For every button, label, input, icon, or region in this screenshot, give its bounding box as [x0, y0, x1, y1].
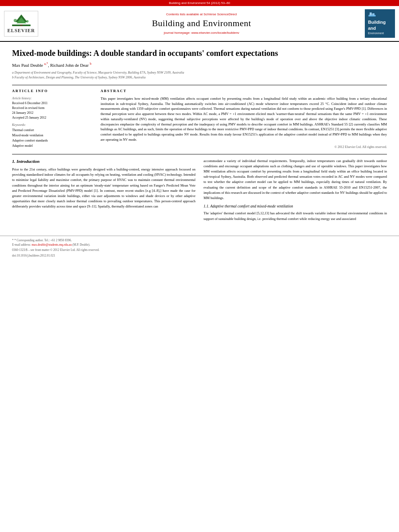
article-title: Mixed-mode buildings: A double standard …	[12, 48, 387, 58]
journal-citation-bar: Building and Environment 54 (2012) 53–60	[0, 0, 399, 6]
history-label: Article history:	[12, 96, 93, 101]
elsevier-wordmark: ELSEVIER	[7, 27, 35, 34]
journal-logo-box: Building and Environment	[365, 9, 395, 38]
corresponding-text: * Corresponding author. Tel.: +61 2 9850…	[14, 238, 72, 242]
keywords-label: Keywords:	[12, 123, 93, 127]
issn-line: 0360-1323/$ – see front matter © 2012 El…	[12, 248, 387, 253]
abstract-header: ABSTRACT	[101, 88, 387, 94]
doi-line: doi:10.1016/j.buildenv.2012.01.021	[12, 254, 387, 258]
journal-logo-icon	[368, 12, 392, 18]
affiliations: a Department of Environment and Geograph…	[12, 70, 387, 80]
footer: * * Corresponding author. Tel.: +61 2 98…	[0, 236, 399, 260]
received-date: Received 6 December 2011	[12, 101, 93, 106]
history-dates: Received 6 December 2011 Received in rev…	[12, 101, 93, 120]
journal-citation-text: Building and Environment 54 (2012) 53–60	[169, 1, 230, 5]
journal-header-center: Contents lists available at SciVerse Sci…	[42, 12, 361, 35]
email-note: E-mail address: max.deuble@students.mq.e…	[12, 242, 387, 247]
keywords-list: Thermal comfort Mixed-mode ventilation A…	[12, 128, 93, 148]
email-address[interactable]: max.deuble@students.mq.edu.au	[32, 243, 72, 246]
abstract-text: This paper investigates how mixed-mode (…	[101, 96, 387, 142]
svg-rect-3	[20, 25, 23, 26]
introduction-paragraph-1: Prior to the 21st century, office buildi…	[12, 167, 195, 209]
section-divider	[12, 154, 387, 154]
article-info-panel: ARTICLE INFO Article history: Received 6…	[12, 88, 93, 149]
revised-date: 24 January 2012	[12, 111, 93, 115]
homepage-url[interactable]: www.elsevier.com/locate/buildenv	[191, 31, 239, 35]
journal-title: Building and Environment	[42, 17, 361, 30]
corresponding-author-note: * * Corresponding author. Tel.: +61 2 98…	[12, 238, 387, 242]
svg-rect-6	[368, 15, 376, 16]
author-names: Max Paul Deuble a,*, Richard John de Dea…	[12, 63, 91, 68]
keyword-3: Adaptive comfort standards	[12, 138, 93, 144]
email-suffix: (M.P. Deuble).	[72, 243, 90, 246]
email-label: E-mail address:	[12, 243, 32, 246]
abstract-panel: ABSTRACT This paper investigates how mix…	[101, 88, 387, 149]
section-title-text: Introduction	[16, 159, 39, 164]
journal-header: ELSEVIER Contents lists available at Sci…	[0, 6, 399, 42]
keyword-1: Thermal comfort	[12, 128, 93, 133]
journal-logo-title-line2: Environment	[368, 32, 384, 35]
affiliation-a: a Department of Environment and Geograph…	[12, 70, 387, 75]
elsevier-tree-icon	[11, 13, 31, 27]
svg-point-4	[14, 19, 17, 22]
section-number: 1.	[12, 159, 15, 164]
introduction-title: 1. Introduction	[12, 158, 195, 164]
subsection-paragraph: The 'adaptive' thermal comfort model [5,…	[204, 211, 387, 221]
body-right-col: accommodate a variety of individual ther…	[204, 158, 387, 222]
revised-label: Received in revised form	[12, 106, 93, 111]
subsection-title-text: Adaptive thermal comfort and mixed-mode …	[210, 204, 293, 208]
keyword-2: Mixed-mode ventilation	[12, 133, 93, 138]
journal-homepage: journal homepage: www.elsevier.com/locat…	[42, 31, 361, 35]
subsection-number: 1.1.	[204, 204, 209, 208]
svg-point-5	[26, 20, 29, 23]
svg-rect-8	[372, 13, 374, 16]
body-content: 1. Introduction Prior to the 21st centur…	[12, 158, 387, 222]
introduction-paragraph-2: accommodate a variety of individual ther…	[204, 158, 387, 201]
body-left-col: 1. Introduction Prior to the 21st centur…	[12, 158, 195, 222]
subsection-title: 1.1. Adaptive thermal comfort and mixed-…	[204, 204, 387, 209]
elsevier-logo: ELSEVIER	[4, 11, 38, 37]
authors-line: Max Paul Deuble a,*, Richard John de Dea…	[12, 62, 387, 68]
sciverse-link-line: Contents lists available at SciVerse Sci…	[42, 12, 361, 16]
copyright-line: © 2012 Elsevier Ltd. All rights reserved…	[101, 145, 387, 149]
article-info-abstract-section: ARTICLE INFO Article history: Received 6…	[12, 85, 387, 149]
sciverse-link-text[interactable]: SciVerse ScienceDirect	[204, 12, 237, 16]
affiliation-b: b Faculty of Architecture, Design and Pl…	[12, 75, 387, 80]
article-info-header: ARTICLE INFO	[12, 88, 93, 94]
journal-logo-title-line1: Building and	[368, 19, 392, 32]
main-content: Mixed-mode buildings: A double standard …	[0, 42, 399, 228]
accepted-date: Accepted 25 January 2012	[12, 115, 93, 120]
keyword-4: Adaptive model	[12, 144, 93, 149]
